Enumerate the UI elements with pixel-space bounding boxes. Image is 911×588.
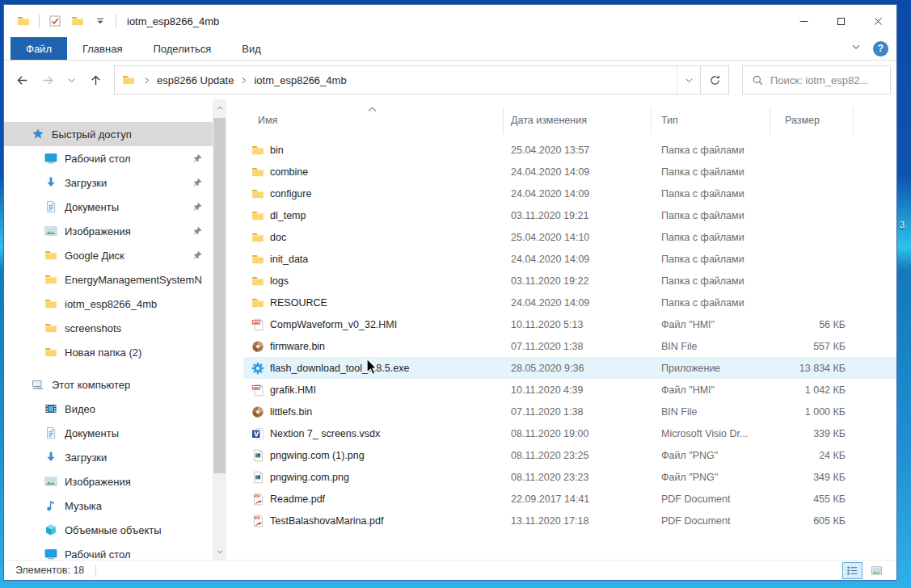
folder-icon	[44, 273, 57, 286]
ribbon-tab[interactable]: Вид	[226, 37, 276, 60]
file-row[interactable]: Nextion 7_ screens.vsdx08.11.2020 19:00M…	[243, 422, 896, 444]
column-header[interactable]: Размер	[770, 107, 854, 134]
sidebar-item[interactable]: EnergyManagementSystemN	[4, 267, 213, 292]
sidebar-item-label: Видео	[65, 403, 95, 415]
file-type-cell: Файл "HMI"	[652, 319, 770, 330]
file-row[interactable]: doc25.04.2020 14:10Папка с файлами	[243, 226, 896, 248]
sidebar-item-label: EnergyManagementSystemN	[65, 274, 202, 286]
file-size-cell: 13 834 КБ	[770, 363, 854, 374]
forward-button[interactable]	[41, 74, 55, 87]
properties-quick-button[interactable]	[48, 14, 62, 28]
help-button[interactable]: ?	[873, 41, 888, 57]
file-row[interactable]: dl_temp03.11.2020 19:21Папка с файлами	[243, 204, 896, 226]
sidebar-item[interactable]: Google Диск	[4, 243, 213, 267]
pin-icon	[192, 153, 203, 164]
sidebar-item[interactable]: Рабочий стол	[4, 146, 213, 170]
refresh-button[interactable]	[700, 65, 729, 94]
column-header-label: Имя	[258, 115, 277, 126]
bin-file-icon	[251, 405, 264, 418]
window-controls	[785, 5, 896, 37]
file-row[interactable]: PDFTestBalashovaMarina.pdf13.11.2020 17:…	[243, 510, 896, 531]
maximize-button[interactable]	[822, 5, 859, 37]
file-row[interactable]: HMICompWaveform_v0_32.HMI10.11.2020 5:13…	[243, 313, 896, 335]
ribbon-tab[interactable]: Файл	[11, 37, 67, 60]
column-header-label: Тип	[661, 115, 678, 126]
sidebar-section-quick-access[interactable]: Быстрый доступ	[4, 122, 213, 146]
sidebar-item[interactable]: Изображения	[4, 469, 213, 494]
sidebar-item[interactable]: Загрузки	[4, 170, 213, 195]
search-box[interactable]	[742, 65, 891, 94]
sidebar-item[interactable]: Музыка	[4, 494, 213, 518]
pin-icon	[192, 178, 203, 188]
recent-locations-button[interactable]	[66, 75, 77, 86]
view-buttons	[842, 562, 887, 579]
file-name-cell: logs	[243, 275, 504, 288]
minimize-button[interactable]	[785, 5, 822, 37]
sidebar-item[interactable]: Изображения	[4, 219, 213, 243]
column-header[interactable]: Дата изменения	[504, 107, 652, 134]
sidebar-item[interactable]: Документы	[4, 421, 213, 445]
file-row[interactable]: combine24.04.2020 14:09Папка с файлами	[243, 161, 896, 183]
search-input[interactable]	[770, 74, 890, 86]
file-row[interactable]: littlefs.bin07.11.2020 1:38BIN File1 000…	[243, 401, 896, 422]
sidebar-item[interactable]: Видео	[4, 397, 213, 421]
file-row[interactable]: PDFReadme.pdf22.09.2017 14:41PDF Documen…	[243, 488, 896, 510]
ribbon-tab[interactable]: Главная	[67, 37, 137, 60]
objects-3d-icon	[44, 523, 57, 536]
file-name: Nextion 7_ screens.vsdx	[270, 428, 380, 439]
close-button[interactable]	[859, 5, 896, 37]
file-type-cell: PDF Document	[652, 494, 770, 505]
sidebar-item-label: Рабочий стол	[65, 548, 131, 561]
ribbon-tabs: ФайлГлавнаяПоделитьсяВид	[11, 37, 276, 60]
new-folder-quick-button[interactable]	[70, 14, 85, 28]
qat-customize-dropdown-icon[interactable]	[93, 14, 108, 28]
column-header[interactable]: Имя	[243, 107, 504, 134]
titlebar: iotm_esp8266_4mb	[4, 5, 896, 37]
file-row[interactable]: flash_download_tool_3.8.5.exe28.05.2020 …	[243, 357, 896, 379]
sidebar-item[interactable]: Новая папка (2)	[4, 340, 213, 364]
sidebar-item-label: Рабочий стол	[65, 153, 131, 165]
address-history-button[interactable]	[677, 66, 700, 94]
breadcrumb: esp8266 Updateiotm_esp8266_4mb	[141, 74, 351, 86]
file-type-cell: Папка с файлами	[652, 297, 770, 309]
address-bar[interactable]: esp8266 Updateiotm_esp8266_4mb	[114, 65, 701, 94]
scrollbar-thumb[interactable]	[213, 118, 226, 473]
sidebar-item-label: Объемные объекты	[65, 524, 162, 536]
sidebar-item[interactable]: Документы	[4, 195, 213, 219]
file-size-cell: 56 КБ	[770, 319, 854, 330]
up-button[interactable]	[89, 74, 103, 87]
column-header[interactable]: Тип	[652, 107, 770, 134]
nav-buttons	[4, 74, 114, 87]
documents-icon	[44, 200, 57, 213]
file-row[interactable]: bin25.04.2020 13:57Папка с файлами	[243, 139, 896, 161]
sidebar-item[interactable]: Загрузки	[4, 445, 213, 469]
file-row[interactable]: logs03.11.2020 19:22Папка с файлами	[243, 270, 896, 292]
folder-file-icon	[251, 144, 264, 157]
file-name: pngwing.com (1).png	[270, 450, 365, 461]
file-row[interactable]: pngwing.com.png08.11.2020 23:23Файл "PNG…	[243, 466, 896, 488]
file-name: RESOURCE	[270, 297, 327, 309]
file-row[interactable]: init_data24.04.2020 14:09Папка с файлами	[243, 248, 896, 270]
back-button[interactable]	[15, 74, 29, 87]
ribbon-tab[interactable]: Поделиться	[137, 37, 226, 60]
sidebar-item[interactable]: iotm_esp8266_4mb	[4, 292, 213, 316]
scrollbar-down-arrow[interactable]	[213, 544, 226, 558]
sidebar-section-this-pc[interactable]: Этот компьютер	[4, 372, 213, 397]
ribbon-collapse-icon[interactable]	[850, 41, 862, 56]
file-row[interactable]: RESOURCE24.04.2020 14:09Папка с файлами	[243, 292, 896, 313]
sidebar-scrollbar[interactable]	[213, 99, 226, 560]
thumbnails-view-button[interactable]	[867, 562, 887, 579]
breadcrumb-item[interactable]: iotm_esp8266_4mb	[250, 74, 350, 86]
sidebar-item[interactable]: screenshots	[4, 316, 213, 340]
scrollbar-up-arrow[interactable]	[213, 101, 226, 115]
details-view-button[interactable]	[842, 562, 862, 579]
file-row[interactable]: configure24.04.2020 14:09Папка с файлами	[243, 183, 896, 204]
breadcrumb-item[interactable]: esp8266 Update	[153, 74, 238, 86]
sidebar-item[interactable]: Рабочий стол	[4, 542, 213, 560]
file-date-cell: 08.11.2020 23:23	[504, 472, 652, 483]
file-row[interactable]: firmware.bin07.11.2020 1:38BIN File557 К…	[243, 335, 896, 357]
file-row[interactable]: pngwing.com (1).png08.11.2020 23:25Файл …	[243, 444, 896, 466]
file-row[interactable]: HMIgrafik.HMI10.11.2020 4:39Файл "HMI"1 …	[243, 379, 896, 401]
file-name: Readme.pdf	[270, 494, 325, 505]
sidebar-item[interactable]: Объемные объекты	[4, 518, 213, 542]
